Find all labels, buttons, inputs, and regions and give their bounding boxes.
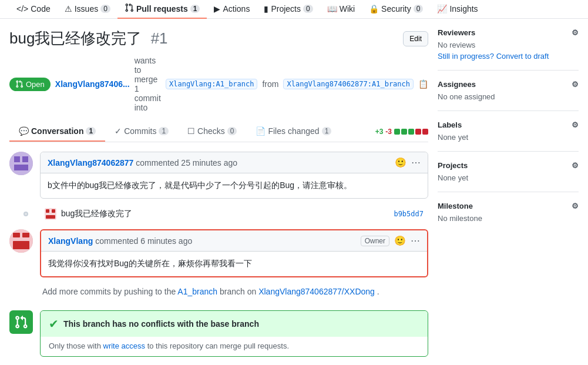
sidebar-reviewers: Reviewers ⚙ No reviews Still in progress…: [438, 28, 579, 70]
comment-body-2: 我觉得你没有找对Bug的关键所在，麻烦你再帮我看一下: [41, 252, 427, 276]
diff-block-5: [422, 129, 428, 135]
merge-check-icon: ✔: [49, 317, 59, 331]
comment-header-2: XlangVlang commented 6 minutes ago Owner…: [41, 230, 427, 252]
comment-box-2: XlangVlang commented 6 minutes ago Owner…: [40, 229, 428, 277]
pr-title: bug我已经修改完了 #1: [9, 28, 168, 49]
timeline: XlangVlang874062877 commented 25 minutes…: [9, 152, 428, 357]
tab-conversation[interactable]: 💬 Conversation 1: [9, 122, 105, 142]
page-content: bug我已经修改完了 #1 Edit Open XlangVlang87406.…: [0, 19, 588, 365]
comment-author-2[interactable]: XlangVlang: [48, 236, 93, 246]
comment-author-1[interactable]: XlangVlang874062877: [48, 158, 133, 168]
sidebar-projects-title[interactable]: Projects ⚙: [438, 161, 579, 170]
sidebar-projects-value: None yet: [438, 173, 579, 182]
nav-insights[interactable]: 📈 Insights: [430, 0, 485, 19]
projects-icon: ▮: [264, 4, 268, 14]
commit-line-spacer: [12, 212, 40, 216]
files-icon: 📄: [256, 126, 266, 136]
gear-icon-milestone[interactable]: ⚙: [572, 202, 579, 210]
commit-sha[interactable]: b9b5dd7: [394, 210, 428, 218]
svg-rect-11: [13, 241, 29, 249]
gear-icon-labels[interactable]: ⚙: [572, 120, 579, 129]
commit-message: bug我已经修改完了: [61, 209, 132, 219]
tab-files-changed[interactable]: 📄 Files changed 1: [246, 122, 341, 142]
svg-rect-6: [52, 209, 55, 213]
sidebar-assignees-title[interactable]: Assignees ⚙: [438, 80, 579, 89]
emoji-button-1[interactable]: 🙂: [395, 157, 406, 168]
merge-section: ✔ This branch has no conflicts with the …: [9, 310, 428, 357]
edit-button[interactable]: Edit: [403, 31, 428, 46]
owner-badge: Owner: [361, 236, 389, 246]
tab-commits[interactable]: ✓ Commits 1: [105, 122, 178, 142]
sidebar-milestone-title[interactable]: Milestone ⚙: [438, 202, 579, 210]
nav-security[interactable]: 🔒 Security 0: [362, 0, 430, 19]
merge-box: ✔ This branch has no conflicts with the …: [40, 310, 428, 357]
sidebar-projects: Projects ⚙ None yet: [438, 151, 579, 192]
merge-icon-box: [9, 310, 33, 334]
sidebar-assignees: Assignees ⚙ No one assigned: [438, 70, 579, 110]
merge-title: This branch has no conflicts with the ba…: [63, 319, 259, 329]
add-commits-note: Add more commits by pushing to the A1_br…: [9, 287, 428, 296]
comment-time-2: commented 6 minutes ago: [95, 236, 192, 246]
copy-icon[interactable]: 📋: [418, 79, 428, 89]
gear-icon[interactable]: ⚙: [572, 28, 579, 37]
gear-icon-projects[interactable]: ⚙: [572, 161, 579, 170]
actions-icon: ▶: [214, 4, 220, 14]
svg-rect-7: [46, 215, 55, 219]
comment-actions-1: 🙂 ⋯: [395, 157, 421, 168]
svg-rect-9: [13, 233, 20, 237]
branch-link-note[interactable]: A1_branch: [177, 287, 217, 296]
sidebar-labels-title[interactable]: Labels ⚙: [438, 120, 579, 129]
avatar-1: [9, 152, 33, 175]
pr-status-badge: Open: [9, 78, 51, 91]
svg-rect-3: [14, 165, 28, 170]
commit-dot: [23, 212, 28, 216]
merge-box-header: ✔ This branch has no conflicts with the …: [41, 311, 428, 337]
emoji-button-2[interactable]: 🙂: [394, 235, 406, 246]
diff-block-3: [408, 129, 414, 135]
comment-body-1: b文件中的bug我已经修改完了，就是代码中少了一个分号引起的Bug，请注意审核。: [41, 173, 428, 198]
checks-icon: ☐: [187, 126, 195, 136]
diff-block-1: [394, 129, 400, 135]
sidebar-assignees-value: No one assigned: [438, 92, 579, 101]
more-button-2[interactable]: ⋯: [411, 235, 420, 246]
repo-link-note[interactable]: XlangVlang874062877/XXDong: [258, 287, 375, 296]
avatar-2: [9, 229, 33, 253]
commits-icon: ✓: [115, 126, 122, 136]
insights-icon: 📈: [437, 4, 447, 14]
nav-actions[interactable]: ▶ Actions: [207, 0, 257, 19]
comment-time-1: commented 25 minutes ago: [136, 158, 237, 168]
nav-wiki[interactable]: 📖 Wiki: [320, 0, 362, 19]
write-access-link[interactable]: write access: [103, 341, 146, 350]
nav-issues[interactable]: ⚠ Issues 0: [58, 0, 117, 19]
target-branch[interactable]: XlangVlang:A1_branch: [166, 79, 258, 89]
source-branch[interactable]: XlangVlang874062877:A1_branch: [283, 79, 414, 89]
sidebar-milestone-value: No milestone: [438, 214, 579, 223]
nav-pullrequests[interactable]: Pull requests 1: [117, 0, 207, 19]
diff-block-4: [415, 129, 421, 135]
pr-icon: [125, 3, 134, 14]
pr-tabs: 💬 Conversation 1 ✓ Commits 1 ☐ Checks 0 …: [9, 122, 428, 142]
tab-checks[interactable]: ☐ Checks 0: [178, 122, 246, 142]
diff-blocks: [394, 129, 428, 135]
sidebar: Reviewers ⚙ No reviews Still in progress…: [438, 28, 579, 357]
top-nav: </> Code ⚠ Issues 0 Pull requests 1 ▶ Ac…: [0, 0, 588, 19]
diff-block-2: [401, 129, 407, 135]
sidebar-labels: Labels ⚙ None yet: [438, 110, 579, 151]
sidebar-reviewers-value: No reviews: [438, 41, 579, 49]
comment-box-1: XlangVlang874062877 commented 25 minutes…: [40, 152, 428, 199]
sidebar-labels-value: None yet: [438, 133, 579, 142]
nav-code[interactable]: </> Code: [9, 0, 58, 19]
issues-icon: ⚠: [65, 4, 72, 14]
gear-icon-assignees[interactable]: ⚙: [572, 80, 579, 89]
svg-rect-5: [46, 209, 49, 213]
sidebar-reviewers-title[interactable]: Reviewers ⚙: [438, 28, 579, 37]
sidebar-milestone: Milestone ⚙ No milestone: [438, 192, 579, 232]
code-icon: </>: [16, 4, 28, 14]
diff-stat: +3 -3: [375, 128, 428, 136]
svg-rect-10: [22, 233, 29, 237]
nav-projects[interactable]: ▮ Projects 0: [257, 0, 320, 19]
more-button-1[interactable]: ⋯: [411, 157, 421, 168]
security-icon: 🔒: [369, 4, 379, 14]
sidebar-reviewers-draft-link[interactable]: Still in progress? Convert to draft: [438, 52, 579, 61]
wiki-icon: 📖: [327, 4, 337, 14]
